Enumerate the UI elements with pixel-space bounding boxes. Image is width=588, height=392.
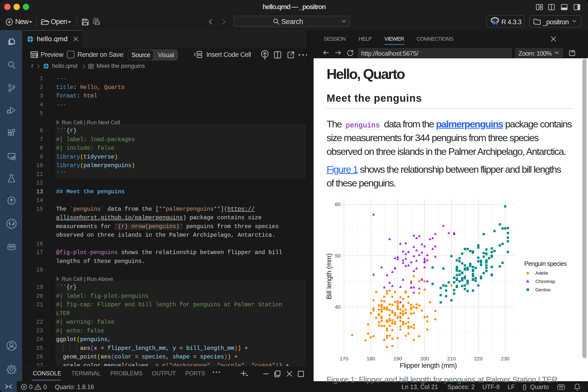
svg-text:220: 220 xyxy=(474,356,483,362)
svg-text:210: 210 xyxy=(447,356,456,362)
svg-text:Penguin species: Penguin species xyxy=(524,260,567,267)
svg-text:200: 200 xyxy=(420,356,429,362)
svg-text:40: 40 xyxy=(335,304,340,310)
svg-text:Bill length (mm): Bill length (mm) xyxy=(325,254,333,299)
svg-text:Flipper length (mm): Flipper length (mm) xyxy=(400,362,457,369)
svg-text:Adelie: Adelie xyxy=(535,270,548,276)
svg-text:Gentoo: Gentoo xyxy=(535,287,550,292)
svg-text:50: 50 xyxy=(335,253,340,258)
svg-text:170: 170 xyxy=(340,356,348,362)
svg-text:60: 60 xyxy=(335,202,340,207)
svg-text:230: 230 xyxy=(501,356,509,362)
svg-text:R: R xyxy=(493,18,498,26)
svg-text:190: 190 xyxy=(394,356,402,362)
svg-text:Chinstrap: Chinstrap xyxy=(535,279,555,284)
svg-text:180: 180 xyxy=(366,356,375,362)
